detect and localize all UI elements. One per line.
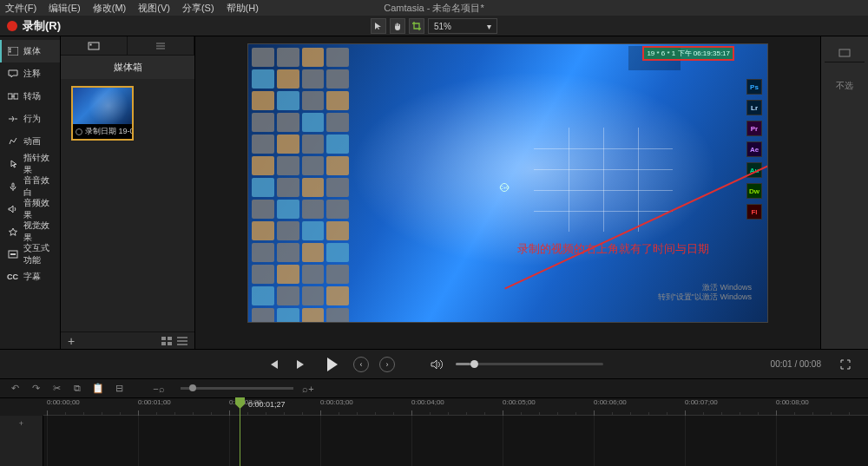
canvas-toolbar: 51% ▾ [371,16,497,36]
record-label[interactable]: 录制(R) [23,18,61,34]
visual-icon [7,226,18,238]
media-clip[interactable]: 录制日期 19-06-1… [71,86,134,141]
sidebar-label: 指针效果 [23,152,53,176]
volume-icon[interactable] [428,356,445,373]
photoshop-icon: Ps [746,79,762,95]
pointer-tool-icon[interactable] [371,18,386,34]
volume-slider[interactable] [456,363,603,365]
add-track-button[interactable]: + [19,419,23,428]
mic-icon [7,181,18,193]
crop-tool-icon[interactable] [409,18,424,34]
timestamp-overlay: 19 * 6 * 1 下午 06:19:35:17 [642,46,734,61]
sidebar-item-behavior[interactable]: 行为 [0,108,60,130]
cursor-effect-icon [7,159,18,170]
zoom-level[interactable]: 51% ▾ [428,18,497,34]
main-area: 媒体 注释 转场 行为 动画 指针效果 音音效白 音频效果 视觉效果 交互式功能… [0,36,868,349]
preview-canvas[interactable]: Ps Lr Pr Ae Au Dw Fl 19 * 6 * 1 下午 06:19… [247,43,768,323]
ruler-tick: 0:00:07;00 [685,398,718,406]
step-back-button[interactable]: ‹ [353,357,369,372]
svg-rect-5 [12,183,14,187]
sidebar-item-animation[interactable]: 动画 [0,130,60,153]
props-tab-icon[interactable] [825,43,865,62]
cc-icon: CC [7,272,18,283]
sidebar-label: 视觉效果 [23,220,53,244]
ruler-tick: 0:00:06;00 [594,398,627,406]
step-fwd-button[interactable]: › [379,357,395,372]
timeline-ruler[interactable]: 0:00:01;27 0:00:00;000:00:01;000:00:02;0… [43,398,868,416]
aftereffects-icon: Ae [746,141,762,157]
tracks-body[interactable] [43,416,868,466]
menu-view[interactable]: 视图(V) [138,2,170,15]
premiere-icon: Pr [746,121,762,136]
sidebar-item-visual[interactable]: 视觉效果 [0,220,60,243]
zoom-value: 51% [434,22,451,31]
sidebar-item-cursor[interactable]: 指针效果 [0,153,60,175]
svg-rect-7 [10,253,16,255]
add-media-button[interactable]: + [68,334,75,348]
dreamweaver-icon: Dw [746,183,762,199]
menu-file[interactable]: 文件(F) [5,2,36,15]
panel-title: 媒体箱 [61,56,194,79]
sidebar-item-audio[interactable]: 音频效果 [0,198,60,220]
cut-icon[interactable]: ✂ [50,383,62,395]
sidebar-label: 音音效白 [23,174,53,199]
sidebar-label: 字幕 [23,271,41,283]
ruler-tick: 0:00:08;00 [776,398,809,406]
prev-frame-button[interactable] [265,356,282,373]
sidebar-item-voice[interactable]: 音音效白 [0,175,60,198]
annotation-text: 录制的视频的右上角就有了时间与日期 [517,241,709,257]
timeline-zoom-slider[interactable] [181,387,293,390]
view-list-icon[interactable] [177,337,187,345]
interactive-icon [7,249,18,260]
zoom-in-icon[interactable]: ⌕+ [302,383,314,395]
activate-windows: 激活 Windows 转到"设置"以激活 Windows [658,283,752,303]
play-button[interactable] [320,353,343,376]
svg-rect-12 [161,342,166,345]
zoom-out-icon[interactable]: −⌕ [153,383,165,395]
panel-tab-bin[interactable] [61,36,128,55]
svg-rect-8 [89,43,99,49]
fullscreen-icon[interactable] [837,356,854,373]
svg-rect-9 [90,43,92,45]
sidebar-item-interactive[interactable]: 交互式功能 [0,243,60,266]
menu-modify[interactable]: 修改(M) [93,2,127,15]
tracks-header: + [0,416,43,466]
svg-rect-10 [161,337,166,340]
props-empty-label: 不选 [825,80,865,92]
split-icon[interactable]: ⊟ [113,383,125,395]
svg-rect-1 [9,49,10,50]
sidebar-item-caption[interactable]: CC字幕 [0,266,60,288]
copy-icon[interactable]: ⧉ [71,383,83,395]
playhead-icon[interactable] [235,397,245,409]
playhead-time: 0:00:01;27 [248,400,286,409]
sidebar-item-transition[interactable]: 转场 [0,85,60,108]
window-title: Camtasia - 未命名项目* [384,2,484,15]
sidebar-item-annotation[interactable]: 注释 [0,62,60,85]
sidebar-item-media[interactable]: 媒体 [0,40,60,62]
panel-tab-lib[interactable] [128,36,194,55]
ruler-tick: 0:00:00;00 [47,398,80,406]
sidebar-label: 行为 [23,113,41,125]
next-frame-button[interactable] [293,356,310,373]
ruler-tick: 0:00:05;00 [503,398,536,406]
speaker-icon [7,204,18,215]
timeline: ↶ ↷ ✂ ⧉ 📋 ⊟ −⌕ ⌕+ 0:00:01;27 0:00:00;000… [0,378,868,466]
clip-thumbnail [73,88,132,124]
panel-footer: + [61,331,194,349]
sidebar-label: 交互式功能 [23,242,53,266]
menu-share[interactable]: 分享(S) [182,2,214,15]
sidebar-label: 动画 [23,135,41,148]
record-icon[interactable] [7,21,17,31]
undo-icon[interactable]: ↶ [9,383,21,395]
redo-icon[interactable]: ↷ [30,383,42,395]
sidebar-label: 媒体 [23,45,41,57]
menu-help[interactable]: 帮助(H) [227,2,259,15]
annotation-icon [7,69,18,80]
ruler-tick: 0:00:03;00 [320,398,353,406]
view-grid-icon[interactable] [161,337,172,345]
chevron-down-icon: ▾ [487,22,491,31]
paste-icon[interactable]: 📋 [92,383,104,395]
hand-tool-icon[interactable] [390,18,405,34]
svg-rect-11 [168,337,172,340]
menu-edit[interactable]: 编辑(E) [49,2,81,15]
